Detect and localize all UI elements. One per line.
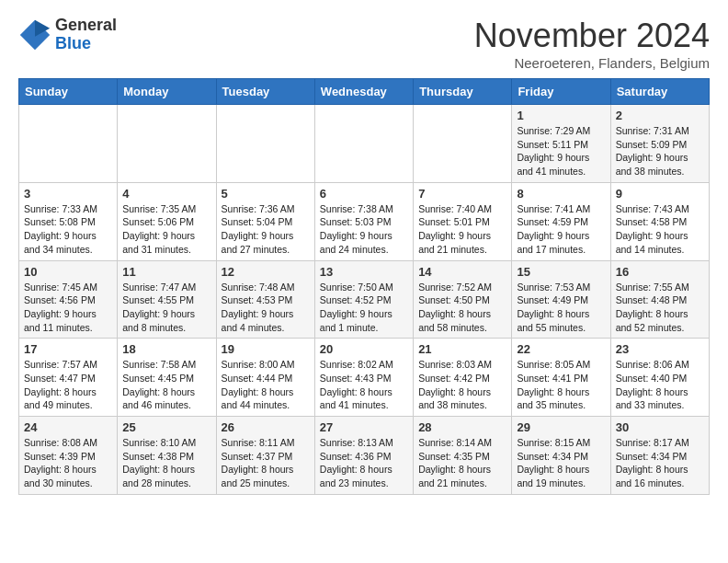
calendar-cell: 8Sunrise: 7:41 AM Sunset: 4:59 PM Daylig… (512, 182, 610, 260)
day-info: Sunrise: 7:52 AM Sunset: 4:50 PM Dayligh… (418, 281, 506, 335)
logo-icon (18, 18, 51, 52)
day-number: 7 (418, 187, 506, 201)
col-friday: Friday (512, 79, 610, 105)
day-number: 13 (320, 265, 408, 279)
calendar-cell: 1Sunrise: 7:29 AM Sunset: 5:11 PM Daylig… (512, 105, 610, 183)
calendar-cell: 15Sunrise: 7:53 AM Sunset: 4:49 PM Dayli… (512, 260, 610, 339)
day-info: Sunrise: 7:50 AM Sunset: 4:52 PM Dayligh… (320, 281, 408, 335)
calendar-cell: 25Sunrise: 8:10 AM Sunset: 4:38 PM Dayli… (118, 417, 216, 495)
calendar-week-5: 24Sunrise: 8:08 AM Sunset: 4:39 PM Dayli… (19, 417, 710, 495)
day-number: 8 (517, 187, 605, 201)
calendar-cell (19, 105, 118, 183)
day-number: 9 (616, 187, 704, 201)
calendar-cell: 26Sunrise: 8:11 AM Sunset: 4:37 PM Dayli… (216, 417, 314, 495)
title-section: November 2024 Neeroeteren, Flanders, Bel… (474, 17, 710, 71)
day-info: Sunrise: 7:48 AM Sunset: 4:53 PM Dayligh… (222, 281, 310, 335)
calendar-cell: 28Sunrise: 8:14 AM Sunset: 4:35 PM Dayli… (414, 417, 512, 495)
calendar-cell: 21Sunrise: 8:03 AM Sunset: 4:42 PM Dayli… (414, 339, 512, 417)
day-info: Sunrise: 8:13 AM Sunset: 4:36 PM Dayligh… (320, 436, 408, 490)
day-number: 28 (418, 420, 506, 434)
day-info: Sunrise: 7:35 AM Sunset: 5:06 PM Dayligh… (122, 202, 210, 257)
calendar-cell: 22Sunrise: 8:05 AM Sunset: 4:41 PM Dayli… (512, 339, 610, 417)
logo: General Blue (18, 17, 117, 53)
day-info: Sunrise: 8:15 AM Sunset: 4:34 PM Dayligh… (517, 436, 605, 490)
calendar-cell: 30Sunrise: 8:17 AM Sunset: 4:34 PM Dayli… (610, 417, 709, 495)
calendar-header: Sunday Monday Tuesday Wednesday Thursday… (19, 79, 710, 105)
day-info: Sunrise: 8:08 AM Sunset: 4:39 PM Dayligh… (24, 436, 112, 490)
day-info: Sunrise: 7:33 AM Sunset: 5:08 PM Dayligh… (24, 202, 112, 257)
calendar-cell (118, 105, 216, 183)
day-number: 17 (24, 342, 112, 356)
day-number: 15 (517, 265, 605, 279)
calendar-cell: 3Sunrise: 7:33 AM Sunset: 5:08 PM Daylig… (19, 182, 118, 260)
day-number: 25 (122, 420, 210, 434)
day-number: 6 (320, 187, 408, 201)
calendar-week-2: 3Sunrise: 7:33 AM Sunset: 5:08 PM Daylig… (19, 182, 710, 260)
day-number: 3 (24, 187, 112, 201)
day-info: Sunrise: 8:05 AM Sunset: 4:41 PM Dayligh… (517, 358, 605, 412)
day-info: Sunrise: 7:41 AM Sunset: 4:59 PM Dayligh… (517, 202, 605, 257)
calendar-cell: 29Sunrise: 8:15 AM Sunset: 4:34 PM Dayli… (512, 417, 610, 495)
day-info: Sunrise: 8:11 AM Sunset: 4:37 PM Dayligh… (222, 436, 310, 490)
day-info: Sunrise: 8:00 AM Sunset: 4:44 PM Dayligh… (222, 358, 310, 412)
day-info: Sunrise: 8:03 AM Sunset: 4:42 PM Dayligh… (418, 358, 506, 412)
col-monday: Monday (118, 79, 216, 105)
calendar-cell: 5Sunrise: 7:36 AM Sunset: 5:04 PM Daylig… (216, 182, 314, 260)
calendar-week-1: 1Sunrise: 7:29 AM Sunset: 5:11 PM Daylig… (19, 105, 710, 183)
day-info: Sunrise: 7:53 AM Sunset: 4:49 PM Dayligh… (517, 281, 605, 335)
calendar-cell: 17Sunrise: 7:57 AM Sunset: 4:47 PM Dayli… (19, 339, 118, 417)
page-header: General Blue November 2024 Neeroeteren, … (0, 0, 728, 78)
calendar-cell (216, 105, 314, 183)
day-number: 14 (418, 265, 506, 279)
day-number: 18 (122, 342, 210, 356)
day-info: Sunrise: 7:47 AM Sunset: 4:55 PM Dayligh… (122, 281, 210, 335)
col-saturday: Saturday (610, 79, 709, 105)
day-info: Sunrise: 7:40 AM Sunset: 5:01 PM Dayligh… (418, 202, 506, 257)
calendar-cell (314, 105, 413, 183)
day-number: 11 (122, 265, 210, 279)
calendar-cell: 20Sunrise: 8:02 AM Sunset: 4:43 PM Dayli… (314, 339, 413, 417)
calendar-cell (414, 105, 512, 183)
day-number: 29 (517, 420, 605, 434)
col-thursday: Thursday (414, 79, 512, 105)
calendar-cell: 11Sunrise: 7:47 AM Sunset: 4:55 PM Dayli… (118, 260, 216, 339)
calendar-table: Sunday Monday Tuesday Wednesday Thursday… (18, 78, 710, 495)
calendar-cell: 7Sunrise: 7:40 AM Sunset: 5:01 PM Daylig… (414, 182, 512, 260)
calendar-cell: 19Sunrise: 8:00 AM Sunset: 4:44 PM Dayli… (216, 339, 314, 417)
day-number: 5 (222, 187, 310, 201)
day-number: 27 (320, 420, 408, 434)
day-number: 21 (418, 342, 506, 356)
calendar-cell: 12Sunrise: 7:48 AM Sunset: 4:53 PM Dayli… (216, 260, 314, 339)
day-number: 19 (222, 342, 310, 356)
day-number: 1 (517, 109, 605, 122)
calendar-container: Sunday Monday Tuesday Wednesday Thursday… (0, 78, 728, 504)
col-wednesday: Wednesday (314, 79, 413, 105)
day-number: 10 (24, 265, 112, 279)
calendar-body: 1Sunrise: 7:29 AM Sunset: 5:11 PM Daylig… (19, 105, 710, 495)
calendar-cell: 16Sunrise: 7:55 AM Sunset: 4:48 PM Dayli… (610, 260, 709, 339)
day-info: Sunrise: 7:38 AM Sunset: 5:03 PM Dayligh… (320, 202, 408, 257)
calendar-cell: 18Sunrise: 7:58 AM Sunset: 4:45 PM Dayli… (118, 339, 216, 417)
calendar-cell: 2Sunrise: 7:31 AM Sunset: 5:09 PM Daylig… (610, 105, 709, 183)
calendar-cell: 23Sunrise: 8:06 AM Sunset: 4:40 PM Dayli… (610, 339, 709, 417)
day-info: Sunrise: 8:06 AM Sunset: 4:40 PM Dayligh… (616, 358, 704, 412)
logo-text: General Blue (55, 17, 117, 53)
day-info: Sunrise: 8:10 AM Sunset: 4:38 PM Dayligh… (122, 436, 210, 490)
day-number: 22 (517, 342, 605, 356)
day-number: 24 (24, 420, 112, 434)
day-number: 12 (222, 265, 310, 279)
day-number: 16 (616, 265, 704, 279)
header-row: Sunday Monday Tuesday Wednesday Thursday… (19, 79, 710, 105)
calendar-cell: 24Sunrise: 8:08 AM Sunset: 4:39 PM Dayli… (19, 417, 118, 495)
day-info: Sunrise: 7:43 AM Sunset: 4:58 PM Dayligh… (616, 202, 704, 257)
day-info: Sunrise: 7:45 AM Sunset: 4:56 PM Dayligh… (24, 281, 112, 335)
day-number: 20 (320, 342, 408, 356)
logo-general-text: General (55, 17, 117, 35)
day-info: Sunrise: 7:58 AM Sunset: 4:45 PM Dayligh… (122, 358, 210, 412)
location-text: Neeroeteren, Flanders, Belgium (474, 55, 710, 71)
calendar-week-3: 10Sunrise: 7:45 AM Sunset: 4:56 PM Dayli… (19, 260, 710, 339)
day-info: Sunrise: 7:55 AM Sunset: 4:48 PM Dayligh… (616, 281, 704, 335)
day-info: Sunrise: 8:17 AM Sunset: 4:34 PM Dayligh… (616, 436, 704, 490)
calendar-cell: 4Sunrise: 7:35 AM Sunset: 5:06 PM Daylig… (118, 182, 216, 260)
day-number: 23 (616, 342, 704, 356)
